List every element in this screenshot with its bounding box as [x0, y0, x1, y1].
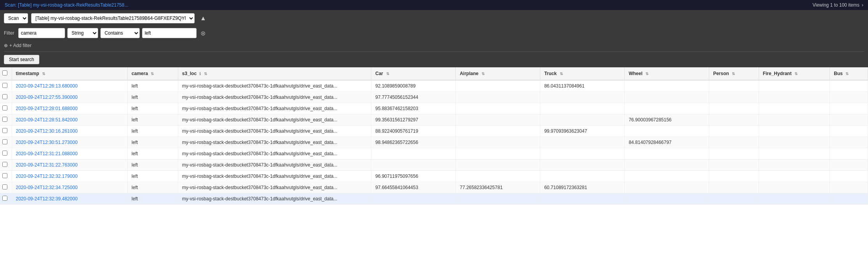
collapse-button[interactable]: ▲ [198, 14, 209, 23]
row-checkbox-cell[interactable] [0, 148, 12, 160]
row-checkbox-cell[interactable] [0, 182, 12, 193]
cell-airplane [456, 114, 540, 126]
results-table: timestamp ⇅ camera ⇅ s3_loc ℹ ⇅ Car ⇅ [0, 67, 868, 205]
page-title: Scan: [Table] my-vsi-rosbag-stack-RekRes… [5, 2, 128, 8]
select-all-checkbox[interactable] [2, 70, 7, 75]
cell-s3loc: my-vsi-rosbag-stack-destbucket3708473c-1… [178, 171, 371, 182]
cell-person [709, 114, 759, 126]
col-header-camera[interactable]: camera ⇅ [128, 67, 178, 80]
cell-person [709, 193, 759, 205]
row-checkbox[interactable] [2, 184, 7, 189]
cell-airplane [456, 193, 540, 205]
plus-icon: ⊕ [4, 43, 8, 48]
row-checkbox[interactable] [2, 105, 7, 110]
row-checkbox-cell[interactable] [0, 193, 12, 205]
col-header-timestamp[interactable]: timestamp ⇅ [12, 67, 128, 80]
col-header-s3loc[interactable]: s3_loc ℹ ⇅ [178, 67, 371, 80]
timestamp-link[interactable]: 2020-09-24T12:27:55.390000 [16, 95, 78, 100]
cell-person [709, 160, 759, 171]
row-checkbox[interactable] [2, 139, 7, 144]
row-checkbox-cell[interactable] [0, 160, 12, 171]
cell-timestamp[interactable]: 2020-09-24T12:31:21.088000 [12, 148, 128, 160]
timestamp-link[interactable]: 2020-09-24T12:32:34.725000 [16, 185, 78, 190]
col-header-person[interactable]: Person ⇅ [709, 67, 759, 80]
timestamp-link[interactable]: 2020-09-24T12:32:32.179000 [16, 174, 78, 179]
table-row: 2020-09-24T12:27:55.390000leftmy-vsi-ros… [0, 92, 868, 103]
cell-timestamp[interactable]: 2020-09-24T12:30:51.273000 [12, 137, 128, 148]
cell-camera: left [128, 103, 178, 114]
filter-field-input[interactable] [18, 28, 65, 38]
cell-wheel [625, 160, 709, 171]
cell-timestamp[interactable]: 2020-09-24T12:30:16.261000 [12, 126, 128, 137]
scan-type-select[interactable]: Scan [4, 13, 28, 23]
col-header-truck[interactable]: Truck ⇅ [540, 67, 625, 80]
cell-wheel [625, 92, 709, 103]
select-all-checkbox-header[interactable] [0, 67, 12, 80]
search-row: Start search [0, 52, 868, 67]
row-checkbox[interactable] [2, 173, 7, 178]
info-icon-s3loc[interactable]: ℹ [199, 72, 201, 76]
row-checkbox-cell[interactable] [0, 103, 12, 114]
filter-clear-button[interactable]: ⊗ [199, 30, 207, 37]
toolbar: Scan [Table] my-vsi-rosbag-stack-RekResu… [0, 10, 868, 26]
cell-timestamp[interactable]: 2020-09-24T12:32:39.482000 [12, 193, 128, 205]
cell-timestamp[interactable]: 2020-09-24T12:31:22.763000 [12, 160, 128, 171]
filter-condition-select[interactable]: Contains Equals Begins with Between Not … [100, 28, 140, 38]
cell-wheel [625, 80, 709, 92]
col-header-airplane[interactable]: Airplane ⇅ [456, 67, 540, 80]
row-checkbox-cell[interactable] [0, 137, 12, 148]
timestamp-link[interactable]: 2020-09-24T12:31:22.763000 [16, 162, 78, 168]
row-checkbox-cell[interactable] [0, 171, 12, 182]
cell-wheel [625, 171, 709, 182]
timestamp-link[interactable]: 2020-09-24T12:30:16.261000 [16, 128, 78, 134]
row-checkbox[interactable] [2, 117, 7, 122]
cell-timestamp[interactable]: 2020-09-24T12:32:32.179000 [12, 171, 128, 182]
cell-camera: left [128, 193, 178, 205]
timestamp-link[interactable]: 2020-09-24T12:28:51.842000 [16, 117, 78, 123]
table-row: 2020-09-24T12:30:51.273000leftmy-vsi-ros… [0, 137, 868, 148]
row-checkbox[interactable] [2, 196, 7, 201]
cell-truck: 60.71089172363281 [540, 182, 625, 193]
cell-airplane [456, 92, 540, 103]
filter-type-select[interactable]: String Number Boolean [67, 28, 98, 38]
cell-s3loc: my-vsi-rosbag-stack-destbucket3708473c-1… [178, 148, 371, 160]
cell-timestamp[interactable]: 2020-09-24T12:27:55.390000 [12, 92, 128, 103]
col-header-car[interactable]: Car ⇅ [371, 67, 456, 80]
add-filter-button[interactable]: ⊕ + Add filter [4, 43, 32, 48]
cell-bus [830, 148, 868, 160]
row-checkbox[interactable] [2, 94, 7, 99]
cell-truck: 86.0431137084961 [540, 80, 625, 92]
table-body: 2020-09-24T12:26:13.680000leftmy-vsi-ros… [0, 80, 868, 205]
cell-airplane [456, 148, 540, 160]
cell-car: 88.92240905761719 [371, 126, 456, 137]
cell-truck [540, 160, 625, 171]
next-chevron-icon[interactable]: › [862, 2, 863, 8]
add-filter-label: + Add filter [9, 43, 32, 48]
row-checkbox-cell[interactable] [0, 126, 12, 137]
row-checkbox-cell[interactable] [0, 114, 12, 126]
filter-value-input[interactable] [142, 28, 197, 38]
cell-timestamp[interactable]: 2020-09-24T12:28:51.842000 [12, 114, 128, 126]
col-header-wheel[interactable]: Wheel ⇅ [625, 67, 709, 80]
row-checkbox[interactable] [2, 83, 7, 88]
timestamp-link[interactable]: 2020-09-24T12:28:01.688000 [16, 106, 78, 111]
cell-fire-hydrant [759, 193, 830, 205]
cell-timestamp[interactable]: 2020-09-24T12:32:34.725000 [12, 182, 128, 193]
cell-bus [830, 193, 868, 205]
timestamp-link[interactable]: 2020-09-24T12:30:51.273000 [16, 140, 78, 145]
col-header-bus[interactable]: Bus ⇅ [830, 67, 868, 80]
timestamp-link[interactable]: 2020-09-24T12:32:39.482000 [16, 196, 78, 202]
row-checkbox-cell[interactable] [0, 92, 12, 103]
timestamp-link[interactable]: 2020-09-24T12:31:21.088000 [16, 151, 78, 156]
row-checkbox-cell[interactable] [0, 80, 12, 92]
row-checkbox[interactable] [2, 128, 7, 133]
cell-s3loc: my-vsi-rosbag-stack-destbucket3708473c-1… [178, 137, 371, 148]
timestamp-link[interactable]: 2020-09-24T12:26:13.680000 [16, 83, 78, 89]
cell-timestamp[interactable]: 2020-09-24T12:28:01.688000 [12, 103, 128, 114]
cell-timestamp[interactable]: 2020-09-24T12:26:13.680000 [12, 80, 128, 92]
row-checkbox[interactable] [2, 151, 7, 156]
row-checkbox[interactable] [2, 162, 7, 167]
table-select[interactable]: [Table] my-vsi-rosbag-stack-RekResultsTa… [31, 13, 195, 23]
col-header-fire-hydrant[interactable]: Fire_Hydrant ⇅ [759, 67, 830, 80]
start-search-button[interactable]: Start search [4, 55, 39, 64]
